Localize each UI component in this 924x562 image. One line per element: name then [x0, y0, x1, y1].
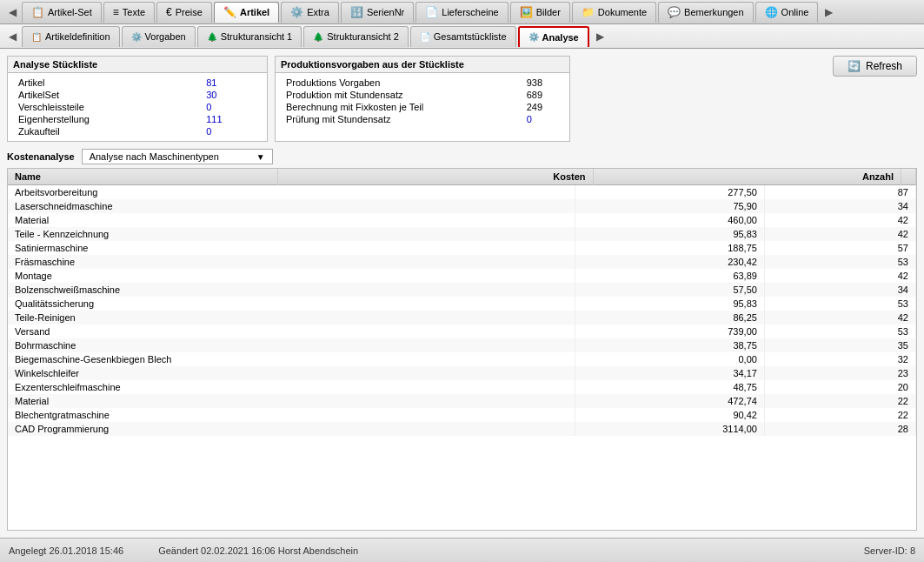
tab-extra[interactable]: ⚙️ Extra	[281, 2, 339, 23]
analyse-stueckliste-title: Analyse Stückliste	[8, 57, 267, 73]
tab-label: Dokumente	[598, 7, 647, 17]
strukturansicht2-icon: 🌲	[313, 32, 323, 42]
tab-label: Vorgaben	[145, 31, 186, 42]
tab-lieferscheine[interactable]: 📄 Lieferscheine	[415, 2, 508, 23]
analyse-stueckliste-box: Analyse Stückliste Artikel81ArtikelSet30…	[7, 56, 268, 142]
row-value: 938	[522, 77, 564, 89]
tab-dokumente[interactable]: 📁 Dokumente	[572, 2, 656, 23]
cell-kosten: 86,25	[575, 311, 765, 324]
tab-texte[interactable]: ≡ Texte	[103, 2, 155, 23]
list-item[interactable]: CAD Programmierung3114,0028	[8, 422, 916, 436]
tab-analyse[interactable]: ⚙️ Analyse	[518, 26, 589, 47]
cell-name: Winkelschleifer	[8, 366, 575, 380]
list-item[interactable]: Bohrmaschine38,7535	[8, 338, 916, 352]
tab-strukturansicht1[interactable]: 🌲 Strukturansicht 1	[197, 26, 302, 47]
list-item[interactable]: Teile - Kennzeichnung95,8342	[8, 227, 916, 241]
tab-label: Bemerkungen	[684, 7, 744, 17]
cell-name: Fräsmaschine	[8, 255, 575, 269]
lieferscheine-icon: 📄	[425, 6, 438, 18]
row-label: ArtikelSet	[13, 89, 201, 101]
tab-artikeldefinition[interactable]: 📋 Artikeldefinition	[22, 26, 120, 47]
row-label: Prüfung mit Stundensatz	[281, 113, 522, 125]
list-item[interactable]: Blechentgratmaschine90,4222	[8, 408, 916, 422]
list-item[interactable]: Fräsmaschine230,4253	[8, 255, 916, 269]
vorgaben-icon: ⚙️	[131, 32, 142, 42]
bilder-icon: 🖼️	[520, 6, 533, 18]
row-value: 689	[522, 89, 564, 101]
kostenanalyse-dropdown[interactable]: Analyse nach Maschinentypen ▼	[82, 149, 273, 164]
cell-anzahl: 87	[764, 185, 915, 199]
row-label: Verschleissteile	[13, 101, 201, 113]
nav-left-arrow[interactable]: ◀	[3, 4, 22, 20]
cell-name: Blechentgratmaschine	[8, 408, 575, 422]
kostenanalyse-header: Kostenanalyse Analyse nach Maschinentype…	[7, 149, 917, 164]
tab-bilder[interactable]: 🖼️ Bilder	[510, 2, 570, 23]
list-item[interactable]: Material472,7422	[8, 394, 916, 408]
cell-name: Material	[8, 394, 575, 408]
serverid-text: Server-ID: 8	[864, 545, 915, 556]
cell-name: Teile-Reinigen	[8, 311, 575, 324]
table-row: ArtikelSet30	[13, 89, 262, 101]
cell-name: CAD Programmierung	[8, 422, 575, 436]
table-scroll-area[interactable]: Arbeitsvorbereitung277,5087Laserschneidm…	[8, 185, 916, 530]
table-row: Prüfung mit Stundensatz0	[281, 113, 564, 125]
second-tabbar: ◀ 📋 Artikeldefinition ⚙️ Vorgaben 🌲 Stru…	[0, 24, 924, 49]
extra-icon: ⚙️	[290, 6, 303, 18]
tab-seriennr[interactable]: 🔢 SerienNr	[341, 2, 414, 23]
cell-anzahl: 53	[764, 255, 915, 269]
cell-anzahl: 53	[764, 324, 915, 338]
list-item[interactable]: Laserschneidmaschine75,9034	[8, 199, 916, 213]
cell-kosten: 188,75	[575, 241, 765, 255]
col-scrollbar-spacer	[901, 169, 916, 185]
list-item[interactable]: Qualitätssicherung95,8353	[8, 297, 916, 311]
strukturansicht1-icon: 🌲	[207, 32, 217, 42]
produktionsvorgaben-table: Produktions Vorgaben938Produktion mit St…	[281, 77, 564, 125]
list-item[interactable]: Exzenterschleifmaschine48,7520	[8, 380, 916, 394]
list-item[interactable]: Satiniermaschine188,7557	[8, 241, 916, 255]
tab-strukturansicht2[interactable]: 🌲 Strukturansicht 2	[303, 26, 409, 47]
cell-anzahl: 28	[764, 422, 915, 436]
angelegt-text: Angelegt 26.01.2018 15:46	[9, 545, 123, 556]
texte-icon: ≡	[113, 6, 119, 18]
artikel-icon: ✏️	[223, 6, 236, 18]
list-item[interactable]: Arbeitsvorbereitung277,5087	[8, 185, 916, 199]
tab-vorgaben[interactable]: ⚙️ Vorgaben	[122, 26, 196, 47]
cell-kosten: 38,75	[575, 338, 765, 352]
cell-kosten: 277,50	[575, 185, 765, 199]
cell-name: Arbeitsvorbereitung	[8, 185, 575, 199]
cell-anzahl: 35	[764, 338, 915, 352]
nav-right-arrow[interactable]: ▶	[820, 4, 838, 20]
cell-anzahl: 23	[764, 366, 915, 380]
col-name: Name	[8, 169, 277, 185]
list-item[interactable]: Winkelschleifer34,1723	[8, 366, 916, 380]
second-nav-left[interactable]: ◀	[3, 29, 22, 44]
table-row: Verschleissteile0	[13, 101, 262, 113]
refresh-icon: 🔄	[848, 60, 861, 72]
row-label: Produktion mit Stundensatz	[281, 89, 522, 101]
refresh-button[interactable]: 🔄 Refresh	[833, 56, 917, 77]
tab-bemerkungen[interactable]: 💬 Bemerkungen	[658, 2, 754, 23]
artikeldefinition-icon: 📋	[31, 32, 42, 42]
row-label: Berechnung mit Fixkosten je Teil	[281, 101, 522, 113]
tab-online[interactable]: 🌐 Online	[755, 2, 819, 23]
second-nav-right[interactable]: ▶	[591, 29, 609, 44]
tab-preise[interactable]: € Preise	[156, 2, 212, 23]
tab-label: Strukturansicht 1	[221, 31, 293, 42]
dropdown-selected-label: Analyse nach Maschinentypen	[90, 151, 219, 162]
list-item[interactable]: Versand739,0053	[8, 324, 916, 338]
kosten-table: Name Kosten Anzahl	[8, 169, 916, 185]
tab-artikel[interactable]: ✏️ Artikel	[214, 2, 279, 23]
list-item[interactable]: Biegemaschine-Gesenkbiegen Blech0,0032	[8, 352, 916, 366]
list-item[interactable]: Montage63,8942	[8, 269, 916, 283]
cell-anzahl: 22	[764, 408, 915, 422]
col-kosten: Kosten	[277, 169, 593, 185]
tab-label: Bilder	[536, 7, 561, 17]
main-content: Analyse Stückliste Artikel81ArtikelSet30…	[0, 49, 924, 538]
refresh-label: Refresh	[866, 60, 902, 72]
list-item[interactable]: Bolzenschweißmaschine57,5034	[8, 283, 916, 297]
list-item[interactable]: Material460,0042	[8, 213, 916, 227]
tab-artikel-set[interactable]: 📋 Artikel-Set	[22, 2, 102, 23]
tab-gesamtstueckliste[interactable]: 📄 Gesamtstückliste	[410, 26, 516, 47]
list-item[interactable]: Teile-Reinigen86,2542	[8, 311, 916, 324]
table-row: Berechnung mit Fixkosten je Teil249	[281, 101, 564, 113]
